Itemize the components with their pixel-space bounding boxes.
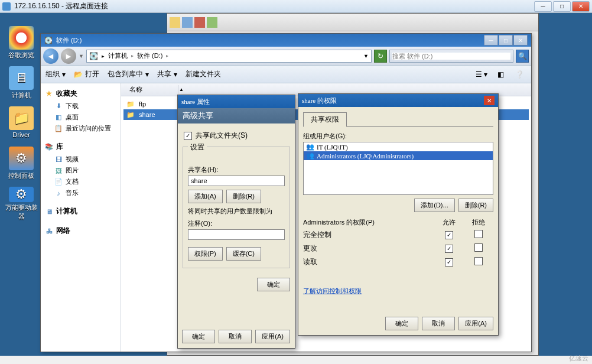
share-checkbox[interactable]: ✓ <box>184 132 192 140</box>
rdp-title-text: 172.16.16.150 - 远程桌面连接 <box>14 1 108 11</box>
cmd-organize[interactable]: 组织 ▾ <box>45 69 66 79</box>
desktop-icon-driver[interactable]: 📁Driver <box>5 106 38 141</box>
group-row-it[interactable]: 👥IT (LJQ\IT) <box>304 142 493 151</box>
deny-change-checkbox[interactable] <box>474 243 483 252</box>
address-field[interactable]: 💽▸ 计算机▸ 软件 (D:)▸ ▼ <box>86 50 372 63</box>
exp-minimize[interactable]: ─ <box>484 35 498 46</box>
comment-label: 注释(O): <box>188 219 285 228</box>
exp-maximize[interactable]: □ <box>499 35 513 46</box>
adv-ok-button[interactable]: 确定 <box>257 278 290 291</box>
props-cancel-button[interactable]: 取消 <box>219 330 252 343</box>
sidebar-desktop[interactable]: ◧桌面 <box>43 112 118 123</box>
explorer-titlebar: 💽 软件 (D:) ─ □ ✕ <box>41 34 531 47</box>
permissions-dialog: share 的权限 ✕ 共享权限 组或用户名(G): 👥IT (LJQ\IT) … <box>298 93 499 336</box>
desktop-icon-chrome[interactable]: 谷歌浏览 <box>5 26 38 60</box>
perm-title: share 的权限 <box>302 96 337 105</box>
add-sharename-button[interactable]: 添加(A) <box>188 190 223 203</box>
sidebar-network[interactable]: 🖧网络 <box>43 224 118 238</box>
footer <box>0 356 592 364</box>
perm-row-change: 更改 ✓ <box>303 242 493 255</box>
minimize-button[interactable]: ─ <box>534 1 552 12</box>
cmd-include[interactable]: 包含到库中 ▾ <box>108 69 149 79</box>
share-checkbox-row[interactable]: ✓ 共享此文件夹(S) <box>183 128 290 143</box>
preview-pane-icon[interactable]: ◧ <box>493 69 508 80</box>
perm-row-full: 完全控制 ✓ <box>303 228 493 242</box>
remote-desktop: 谷歌浏览 🖥计算机 📁Driver ⚙控制面板 ⚙万能驱动装器 💽 软件 (D:… <box>0 13 592 356</box>
advanced-share-header: 高级共享 <box>178 108 295 124</box>
allow-header: 允许 <box>434 218 464 227</box>
breadcrumb-seg[interactable]: 软件 (D:) <box>137 51 162 60</box>
settings-group-label: 设置 <box>188 142 207 152</box>
group-row-admins[interactable]: 👥Administrators (LJQ\Administrators) <box>304 151 493 160</box>
perm-remove-button[interactable]: 删除(R) <box>458 199 493 212</box>
share-properties-dialog: share 属性 高级共享 ✓ 共享此文件夹(S) 设置 共享名(H): 添加(… <box>177 95 295 349</box>
permissions-button[interactable]: 权限(P) <box>188 247 223 261</box>
perm-cancel-button[interactable]: 取消 <box>422 317 455 330</box>
desktop-icon-computer[interactable]: 🖥计算机 <box>5 66 38 100</box>
cmd-newfolder[interactable]: 新建文件夹 <box>186 69 221 79</box>
comment-input[interactable] <box>188 229 285 240</box>
help-icon[interactable]: ❔ <box>512 69 526 80</box>
props-titlebar: share 属性 <box>178 95 295 108</box>
nav-dropdown[interactable]: ▼ <box>79 53 84 59</box>
allow-full-checkbox[interactable]: ✓ <box>445 231 453 239</box>
maximize-button[interactable]: □ <box>553 1 571 12</box>
breadcrumb-seg[interactable]: 计算机 <box>108 51 128 60</box>
sidebar-recent[interactable]: 📋最近访问的位置 <box>43 123 118 134</box>
allow-change-checkbox[interactable]: ✓ <box>445 245 453 253</box>
watermark: 亿速云 <box>569 354 588 363</box>
command-bar: 组织 ▾ 📂打开 包含到库中 ▾ 共享 ▾ 新建文件夹 ☰ ▾ ◧ ❔ <box>41 66 531 83</box>
sidebar-pictures[interactable]: 🖼图片 <box>43 165 118 176</box>
rdp-icon <box>2 2 11 11</box>
exp-close[interactable]: ✕ <box>513 35 528 46</box>
user-limit-label: 将同时共享的用户数量限制为 <box>188 207 285 216</box>
cmd-open[interactable]: 📂打开 <box>74 69 99 79</box>
refresh-button[interactable]: ↻ <box>374 50 387 63</box>
drive-icon: 💽 <box>89 52 98 60</box>
perm-apply-button[interactable]: 应用(A) <box>458 317 493 330</box>
cache-button[interactable]: 缓存(C) <box>226 247 261 261</box>
sidebar-videos[interactable]: 🎞视频 <box>43 154 118 165</box>
search-button[interactable]: 🔍 <box>516 50 529 63</box>
search-field[interactable] <box>389 50 513 63</box>
learn-link[interactable]: 了解访问控制和权限 <box>303 287 362 294</box>
sharename-input[interactable] <box>188 176 285 186</box>
sidebar-music[interactable]: ♪音乐 <box>43 187 118 199</box>
props-apply-button[interactable]: 应用(A) <box>255 330 290 343</box>
remove-sharename-button[interactable]: 删除(R) <box>226 190 261 203</box>
perm-row-read: 读取 ✓ <box>303 255 493 269</box>
perm-ok-button[interactable]: 确定 <box>385 317 418 330</box>
tab-share-permissions[interactable]: 共享权限 <box>303 112 347 127</box>
explorer-title: 软件 (D:) <box>56 36 82 45</box>
deny-read-checkbox[interactable] <box>474 257 483 265</box>
allow-read-checkbox[interactable]: ✓ <box>445 258 453 266</box>
props-ok-button[interactable]: 确定 <box>182 330 215 343</box>
perm-for-label: Administrators 的权限(P) <box>303 218 434 227</box>
sidebar-computer[interactable]: 🖥计算机 <box>43 204 118 218</box>
sidebar-favorites[interactable]: ★收藏夹 <box>43 87 118 100</box>
desktop-icon-driver-tool[interactable]: ⚙万能驱动装器 <box>5 187 38 221</box>
props-title: share 属性 <box>181 98 210 106</box>
search-input[interactable] <box>392 53 510 60</box>
nav-forward[interactable]: ► <box>61 48 76 64</box>
sidebar-downloads[interactable]: ⬇下载 <box>43 100 118 112</box>
drive-icon: 💽 <box>44 37 53 44</box>
desktop-icon-control[interactable]: ⚙控制面板 <box>5 147 38 181</box>
nav-pane: ★收藏夹 ⬇下载 ◧桌面 📋最近访问的位置 📚库 🎞视频 🖼图片 📄文档 ♪音乐… <box>41 83 121 352</box>
deny-full-checkbox[interactable] <box>474 230 483 238</box>
view-mode-icon[interactable]: ☰ ▾ <box>474 69 489 80</box>
sidebar-libraries[interactable]: 📚库 <box>43 140 118 154</box>
perm-close-button[interactable]: ✕ <box>484 96 495 105</box>
deny-header: 拒绝 <box>464 218 493 227</box>
groups-listbox[interactable]: 👥IT (LJQ\IT) 👥Administrators (LJQ\Admini… <box>303 142 493 195</box>
perm-titlebar: share 的权限 ✕ <box>298 94 498 107</box>
nav-back[interactable]: ◄ <box>43 48 58 64</box>
bg-toolbar <box>167 14 538 31</box>
close-button[interactable]: ✕ <box>572 1 590 12</box>
rdp-titlebar: 172.16.16.150 - 远程桌面连接 ─ □ ✕ <box>0 0 592 13</box>
addr-dropdown[interactable]: ▼ <box>363 53 369 59</box>
sidebar-documents[interactable]: 📄文档 <box>43 176 118 187</box>
perm-add-button[interactable]: 添加(D)... <box>414 199 454 212</box>
cmd-share[interactable]: 共享 ▾ <box>157 69 177 79</box>
sharename-label: 共享名(H): <box>188 165 285 174</box>
